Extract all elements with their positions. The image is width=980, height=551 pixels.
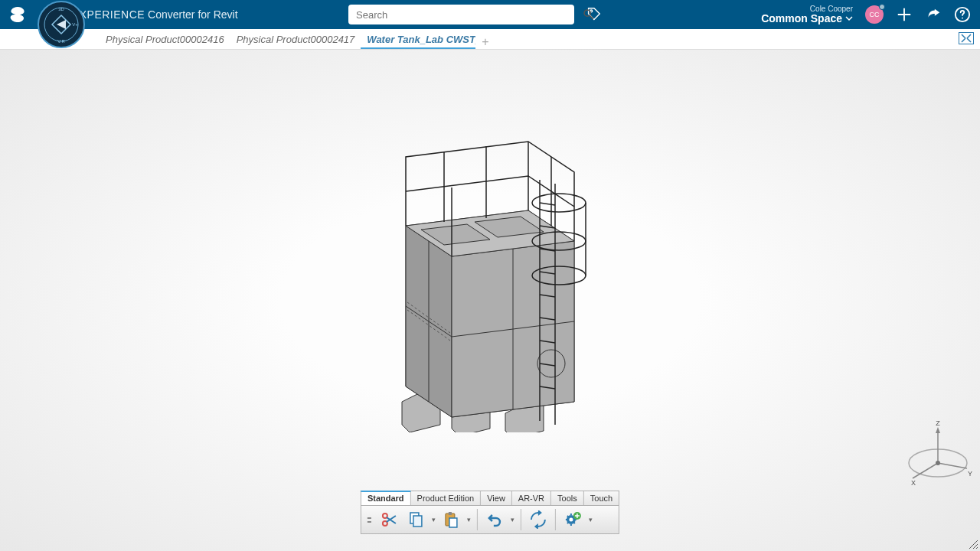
collapse-panel-button[interactable]	[959, 32, 974, 44]
status-dot-icon	[879, 4, 885, 10]
insert-dropdown[interactable]: ▾	[587, 516, 593, 523]
chevron-down-icon	[845, 15, 853, 22]
svg-point-50	[569, 518, 573, 522]
svg-marker-37	[936, 427, 940, 433]
update-button[interactable]	[527, 508, 550, 531]
svg-rect-48	[449, 518, 457, 527]
svg-text:Y: Y	[968, 470, 972, 478]
tooltab-touch[interactable]: Touch	[584, 491, 619, 505]
resize-handle-icon[interactable]	[968, 539, 978, 549]
tooltab-tools[interactable]: Tools	[551, 491, 584, 505]
tooltab-view[interactable]: View	[481, 491, 512, 505]
svg-text:V.R: V.R	[57, 39, 65, 44]
compass-icon[interactable]: 3D V+ V.R	[37, 0, 86, 49]
tooltab-product-edition[interactable]: Product Edition	[411, 491, 482, 505]
scissors-icon	[381, 510, 399, 529]
tab-add-button[interactable]: +	[475, 35, 495, 49]
search-icon[interactable]	[582, 8, 596, 21]
tooltab-ar-vr[interactable]: AR-VR	[512, 491, 551, 505]
water-tank-model[interactable]	[398, 103, 597, 432]
collapse-icon	[961, 34, 972, 43]
gear-plus-icon	[564, 510, 582, 529]
document-tabs: Physical Product00002416 Physical Produc…	[0, 29, 980, 50]
search-input[interactable]	[348, 5, 574, 24]
tab-physical-product-2416[interactable]: Physical Product00002416	[100, 31, 230, 49]
axis-triad[interactable]: Z X Y	[903, 421, 972, 490]
top-bar: 3DEXPERIENCE Converter for Revit Cole Co…	[0, 0, 980, 29]
insert-button[interactable]	[561, 508, 584, 531]
svg-point-2	[962, 18, 963, 19]
undo-icon	[485, 510, 504, 529]
space-selector[interactable]: Common Space	[761, 13, 853, 24]
paste-dropdown[interactable]: ▾	[466, 516, 472, 523]
undo-button[interactable]	[483, 508, 506, 531]
plus-icon[interactable]	[896, 6, 913, 23]
ds-logo-icon	[8, 5, 28, 24]
copy-icon	[407, 510, 425, 529]
svg-text:X: X	[911, 479, 916, 487]
copy-dropdown[interactable]: ▾	[430, 516, 436, 523]
bottom-toolbar: Standard Product Edition View AR-VR Tool…	[361, 491, 619, 534]
svg-text:V+: V+	[72, 22, 78, 27]
avatar[interactable]: CC	[865, 5, 884, 24]
svg-rect-45	[413, 516, 422, 527]
undo-dropdown[interactable]: ▾	[509, 516, 515, 523]
refresh-icon	[529, 510, 547, 529]
copy-button[interactable]	[404, 508, 427, 531]
svg-line-20	[540, 203, 555, 205]
tab-water-tank[interactable]: Water Tank_Lab CWST_Site	[361, 31, 475, 49]
svg-line-36	[938, 463, 967, 468]
share-icon[interactable]	[925, 6, 942, 23]
help-icon[interactable]	[954, 6, 971, 23]
paste-button[interactable]	[439, 508, 462, 531]
tab-physical-product-2417[interactable]: Physical Product00002417	[230, 31, 361, 49]
user-block[interactable]: Cole Cooper Common Space	[761, 5, 853, 24]
svg-text:Z: Z	[936, 421, 940, 427]
svg-text:3D: 3D	[58, 7, 64, 11]
toolbar-grip[interactable]	[366, 517, 372, 523]
tooltab-standard[interactable]: Standard	[361, 491, 411, 505]
cut-button[interactable]	[378, 508, 401, 531]
svg-point-38	[936, 461, 940, 465]
svg-rect-47	[449, 512, 452, 515]
3d-viewport[interactable]: Z X Y Standard Product Edition View AR-V…	[0, 50, 980, 551]
paste-icon	[442, 510, 460, 529]
